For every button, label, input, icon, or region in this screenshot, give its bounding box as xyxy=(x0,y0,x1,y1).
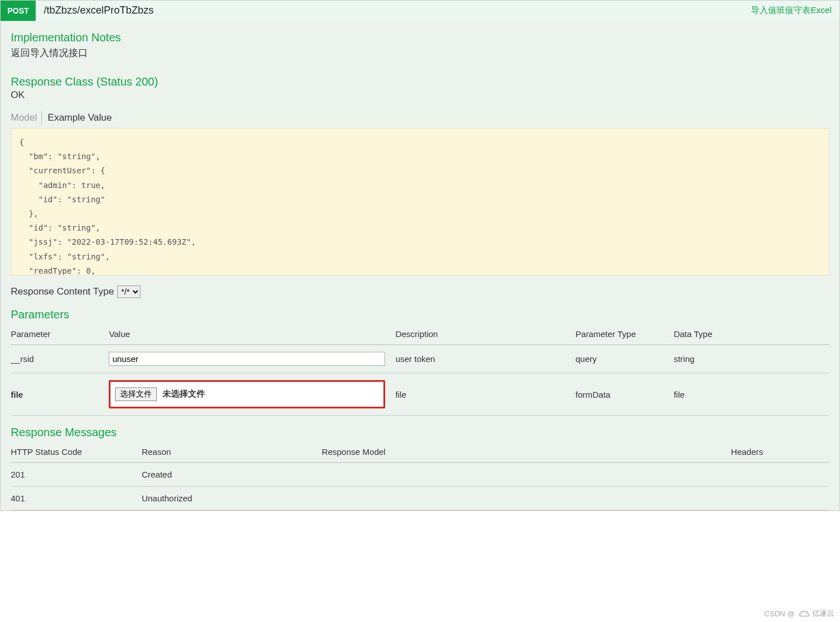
response-class-title: Response Class (Status 200) xyxy=(11,75,829,88)
response-th-httpcode: HTTP Status Code xyxy=(11,444,142,463)
param-ptype-rsid: query xyxy=(575,345,673,373)
params-th-value: Value xyxy=(109,326,395,345)
param-ptype-file: formData xyxy=(575,373,673,416)
response-reason-401: Unauthorized xyxy=(142,487,322,510)
table-row: file 选择文件 未选择文件 file formData file xyxy=(11,373,829,416)
parameters-table: Parameter Value Description Parameter Ty… xyxy=(11,326,829,416)
parameters-title: Parameters xyxy=(11,308,829,321)
operation-path: /tbZbzs/excelProTbZbzs xyxy=(36,1,743,21)
implementation-notes-text: 返回导入情况接口 xyxy=(11,46,829,59)
choose-file-button[interactable]: 选择文件 xyxy=(115,387,157,401)
params-th-parameter: Parameter xyxy=(11,326,109,345)
table-row: 401 Unauthorized xyxy=(11,487,829,510)
param-desc-rsid: user token xyxy=(395,345,575,373)
param-desc-file: file xyxy=(395,373,575,416)
param-dtype-rsid: string xyxy=(673,345,829,373)
param-name-rsid: __rsid xyxy=(11,345,109,373)
operation-header[interactable]: POST /tbZbzs/excelProTbZbzs 导入值班值守表Excel xyxy=(1,1,839,21)
response-content-type-label: Response Content Type xyxy=(11,286,114,297)
no-file-chosen-label: 未选择文件 xyxy=(163,389,205,398)
operation-content: Implementation Notes 返回导入情况接口 Response C… xyxy=(1,21,839,510)
operation-summary: 导入值班值守表Excel xyxy=(743,1,839,21)
response-reason-201: Created xyxy=(142,463,322,487)
table-row: __rsid user token query string xyxy=(11,345,829,373)
tab-model[interactable]: Model xyxy=(11,111,41,125)
response-th-headers: Headers xyxy=(731,444,829,463)
implementation-notes-title: Implementation Notes xyxy=(11,31,829,44)
tab-example-value[interactable]: Example Value xyxy=(41,111,116,125)
params-th-description: Description xyxy=(395,326,575,345)
response-code-401: 401 xyxy=(11,487,142,510)
response-content-type-row: Response Content Type */* xyxy=(11,286,829,298)
response-class-ok: OK xyxy=(11,90,829,101)
response-content-type-select[interactable]: */* xyxy=(117,286,140,298)
params-th-datatype: Data Type xyxy=(673,326,829,345)
param-dtype-file: file xyxy=(673,373,829,416)
response-code-201: 201 xyxy=(11,463,142,487)
param-name-file: file xyxy=(11,373,109,416)
table-row: 201 Created xyxy=(11,463,829,487)
http-method-badge: POST xyxy=(1,1,36,21)
response-th-reason: Reason xyxy=(142,444,322,463)
param-input-rsid[interactable] xyxy=(109,352,385,366)
example-json-block[interactable]: { "bm": "string", "currentUser": { "admi… xyxy=(11,128,829,275)
response-th-model: Response Model xyxy=(322,444,731,463)
model-example-tabs: Model Example Value xyxy=(11,111,829,125)
response-messages-table: HTTP Status Code Reason Response Model H… xyxy=(11,444,829,510)
response-messages-title: Response Messages xyxy=(11,426,829,439)
params-th-paramtype: Parameter Type xyxy=(575,326,673,345)
operation-block: POST /tbZbzs/excelProTbZbzs 导入值班值守表Excel… xyxy=(0,0,840,511)
file-input-highlight: 选择文件 未选择文件 xyxy=(109,380,385,408)
